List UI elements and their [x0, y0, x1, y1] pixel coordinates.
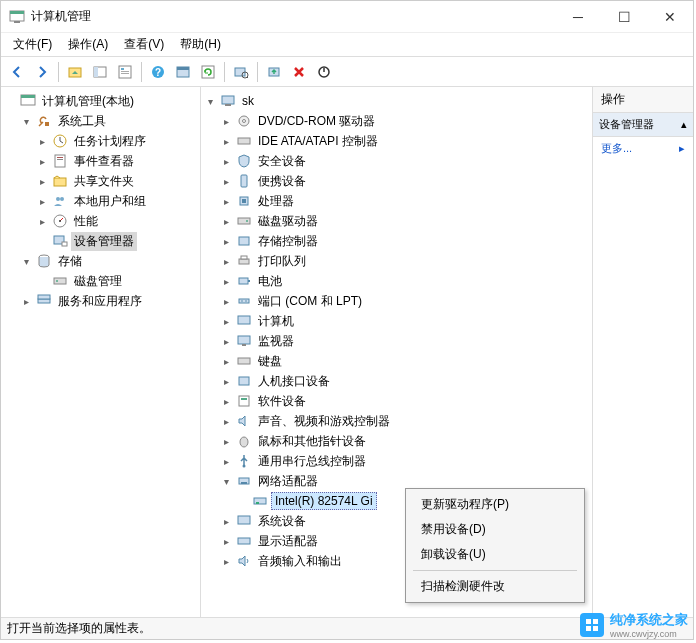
tree-event-viewer[interactable]: ▸事件查看器 — [35, 151, 198, 171]
chevron-down-icon[interactable]: ▾ — [19, 254, 33, 268]
tree-system-tools[interactable]: ▾ 系统工具 — [19, 111, 198, 131]
device-computer[interactable]: ▸计算机 — [219, 311, 590, 331]
tree-services-apps[interactable]: ▸服务和应用程序 — [19, 291, 198, 311]
show-hide-console-button[interactable] — [88, 60, 112, 84]
properties-button[interactable] — [113, 60, 137, 84]
device-ports[interactable]: ▸端口 (COM 和 LPT) — [219, 291, 590, 311]
svg-rect-72 — [586, 619, 591, 624]
device-ide[interactable]: ▸IDE ATA/ATAPI 控制器 — [219, 131, 590, 151]
device-label-selected: Intel(R) 82574L Gi — [271, 492, 377, 510]
svg-rect-54 — [239, 299, 249, 303]
device-hid[interactable]: ▸人机接口设备 — [219, 371, 590, 391]
up-triangle-icon: ▴ — [681, 118, 687, 131]
svg-rect-75 — [593, 626, 598, 631]
svg-rect-63 — [241, 398, 247, 400]
up-button[interactable] — [63, 60, 87, 84]
back-button[interactable] — [5, 60, 29, 84]
close-button[interactable]: ✕ — [647, 1, 693, 32]
menu-action[interactable]: 操作(A) — [60, 34, 116, 55]
minimize-button[interactable]: ─ — [555, 1, 601, 32]
chevron-down-icon[interactable]: ▾ — [219, 474, 233, 488]
nic-icon — [252, 493, 268, 509]
svg-rect-46 — [242, 199, 246, 203]
device-keyboard[interactable]: ▸键盘 — [219, 351, 590, 371]
device-storage-ctrl[interactable]: ▸存储控制器 — [219, 231, 590, 251]
chevron-right-icon[interactable]: ▸ — [35, 194, 49, 208]
cm-disable-device[interactable]: 禁用设备(D) — [409, 517, 581, 542]
maximize-button[interactable]: ☐ — [601, 1, 647, 32]
cm-uninstall-device[interactable]: 卸载设备(U) — [409, 542, 581, 567]
device-print-queue[interactable]: ▸打印队列 — [219, 251, 590, 271]
monitor-icon — [236, 333, 252, 349]
forward-button[interactable] — [30, 60, 54, 84]
menu-help[interactable]: 帮助(H) — [172, 34, 229, 55]
audio-icon — [236, 553, 252, 569]
device-battery[interactable]: ▸电池 — [219, 271, 590, 291]
chevron-right-icon[interactable]: ▸ — [35, 154, 49, 168]
cm-update-driver[interactable]: 更新驱动程序(P) — [409, 492, 581, 517]
actions-more[interactable]: 更多... ▸ — [593, 137, 693, 160]
svg-rect-59 — [242, 344, 246, 346]
cm-separator — [413, 570, 577, 571]
menu-file[interactable]: 文件(F) — [5, 34, 60, 55]
scan-hardware-button[interactable] — [229, 60, 253, 84]
svg-rect-62 — [239, 396, 249, 406]
svg-rect-51 — [241, 256, 247, 259]
svg-point-65 — [243, 465, 246, 468]
chevron-right-icon[interactable]: ▸ — [35, 134, 49, 148]
svg-line-17 — [247, 77, 248, 78]
chevron-right-icon: ▸ — [679, 142, 685, 155]
usb-icon — [236, 453, 252, 469]
svg-rect-74 — [586, 626, 591, 631]
disable-button[interactable] — [312, 60, 336, 84]
svg-rect-68 — [254, 498, 266, 504]
event-icon — [52, 153, 68, 169]
help-button[interactable]: ? — [146, 60, 170, 84]
device-sound[interactable]: ▸声音、视频和游戏控制器 — [219, 411, 590, 431]
cm-scan-hardware[interactable]: 扫描检测硬件改 — [409, 574, 581, 599]
view-button[interactable] — [171, 60, 195, 84]
device-security[interactable]: ▸安全设备 — [219, 151, 590, 171]
svg-rect-61 — [239, 377, 249, 385]
users-icon — [52, 193, 68, 209]
svg-rect-58 — [238, 336, 250, 344]
device-portable[interactable]: ▸便携设备 — [219, 171, 590, 191]
network-icon — [236, 473, 252, 489]
device-monitors[interactable]: ▸监视器 — [219, 331, 590, 351]
tree-device-manager[interactable]: 设备管理器 — [35, 231, 198, 251]
device-dvd[interactable]: ▸DVD/CD-ROM 驱动器 — [219, 111, 590, 131]
tree-root[interactable]: 计算机管理(本地) — [3, 91, 198, 111]
svg-rect-50 — [239, 259, 249, 264]
tree-local-users[interactable]: ▸本地用户和组 — [35, 191, 198, 211]
svg-rect-33 — [62, 242, 67, 246]
disk-icon — [52, 273, 68, 289]
svg-rect-25 — [57, 157, 63, 158]
tree-storage[interactable]: ▾ 存储 — [19, 251, 198, 271]
device-usb[interactable]: ▸通用串行总线控制器 — [219, 451, 590, 471]
tree-performance[interactable]: ▸性能 — [35, 211, 198, 231]
portable-icon — [236, 173, 252, 189]
device-disk-drives[interactable]: ▸磁盘驱动器 — [219, 211, 590, 231]
context-menu: 更新驱动程序(P) 禁用设备(D) 卸载设备(U) 扫描检测硬件改 — [405, 488, 585, 603]
chevron-right-icon[interactable]: ▸ — [35, 174, 49, 188]
svg-rect-2 — [14, 21, 20, 23]
update-driver-button[interactable] — [262, 60, 286, 84]
uninstall-button[interactable] — [287, 60, 311, 84]
svg-rect-26 — [57, 159, 63, 160]
tree-shared-folders[interactable]: ▸共享文件夹 — [35, 171, 198, 191]
chevron-down-icon[interactable]: ▾ — [19, 114, 33, 128]
chevron-right-icon[interactable]: ▸ — [35, 214, 49, 228]
tree-disk-management[interactable]: 磁盘管理 — [35, 271, 198, 291]
tree-root-label: 计算机管理(本地) — [39, 92, 137, 111]
refresh-button[interactable] — [196, 60, 220, 84]
watermark-text: 纯净系统之家 — [610, 611, 688, 629]
device-software[interactable]: ▸软件设备 — [219, 391, 590, 411]
tree-task-scheduler[interactable]: ▸任务计划程序 — [35, 131, 198, 151]
device-mice[interactable]: ▸鼠标和其他指针设备 — [219, 431, 590, 451]
chevron-right-icon[interactable]: ▸ — [19, 294, 33, 308]
menu-view[interactable]: 查看(V) — [116, 34, 172, 55]
device-root[interactable]: ▾ sk — [203, 91, 590, 111]
chevron-down-icon[interactable]: ▾ — [203, 94, 217, 108]
device-processors[interactable]: ▸处理器 — [219, 191, 590, 211]
actions-selected[interactable]: 设备管理器 ▴ — [593, 113, 693, 137]
